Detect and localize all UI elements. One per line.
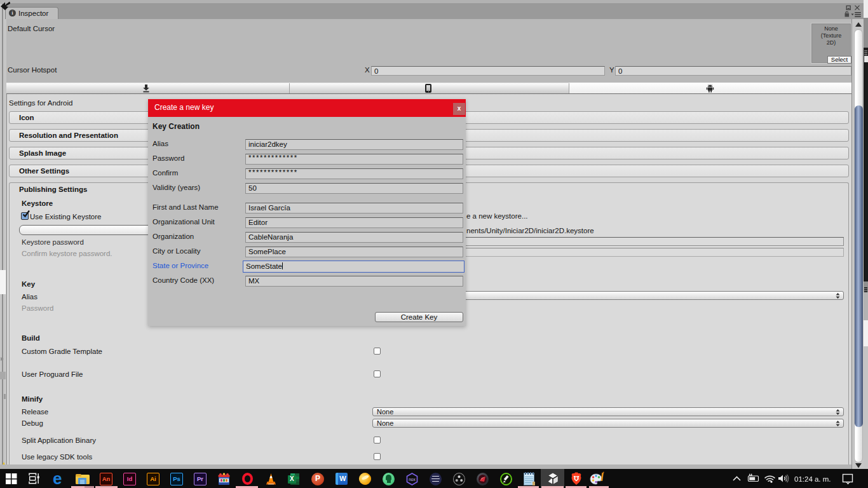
svg-text:nox: nox xyxy=(409,477,416,482)
